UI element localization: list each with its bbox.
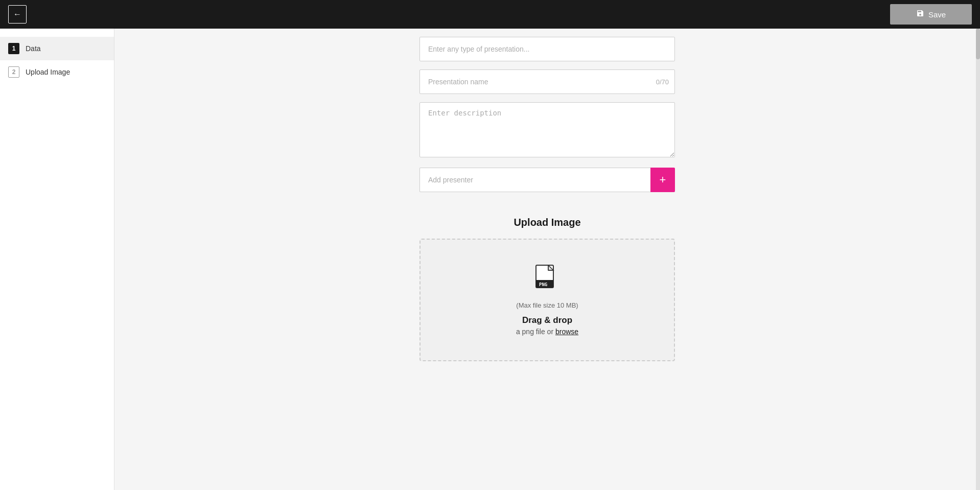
png-file-icon: PNG	[535, 265, 559, 293]
plus-icon: +	[660, 173, 666, 186]
scrollbar-thumb[interactable]	[976, 29, 980, 59]
step-badge-2: 2	[8, 66, 19, 78]
max-size-text: (Max file size 10 MB)	[516, 301, 578, 309]
presentation-name-group: 0/70	[419, 69, 675, 94]
upload-title: Upload Image	[419, 217, 675, 228]
main-content: 0/70 + Upload Image	[114, 29, 980, 490]
save-label: Save	[928, 10, 946, 19]
char-counter: 0/70	[656, 78, 669, 86]
add-presenter-button[interactable]: +	[650, 168, 675, 192]
form-area: 0/70 +	[419, 29, 675, 200]
description-group	[419, 102, 675, 159]
drag-drop-text: Drag & drop	[522, 315, 572, 325]
dropzone[interactable]: PNG (Max file size 10 MB) Drag & drop a …	[419, 239, 675, 361]
description-textarea[interactable]	[419, 102, 675, 157]
presentation-name-input[interactable]	[419, 69, 675, 94]
svg-text:PNG: PNG	[539, 282, 547, 287]
presenter-input[interactable]	[419, 168, 650, 192]
presenter-row: +	[419, 168, 675, 192]
main-layout: 1 Data 2 Upload Image 0/70	[0, 29, 980, 490]
scrollbar[interactable]	[976, 29, 980, 490]
browse-link[interactable]: browse	[555, 328, 578, 336]
presenter-group: +	[419, 168, 675, 192]
step-badge-1: 1	[8, 43, 19, 54]
first-input-group	[419, 37, 675, 61]
browse-prefix-text: a png file or	[516, 328, 553, 336]
presentation-type-input[interactable]	[419, 37, 675, 61]
save-icon	[916, 9, 924, 19]
save-button[interactable]: Save	[890, 4, 972, 25]
browse-instruction: a png file or browse	[516, 328, 578, 336]
sidebar-item-data[interactable]: 1 Data	[0, 37, 114, 60]
sidebar-item-data-label: Data	[26, 44, 41, 53]
navbar: ← Save	[0, 0, 980, 29]
sidebar-item-upload-image[interactable]: 2 Upload Image	[0, 60, 114, 84]
back-arrow-icon: ←	[13, 10, 21, 19]
sidebar: 1 Data 2 Upload Image	[0, 29, 114, 490]
back-button[interactable]: ←	[8, 5, 27, 24]
sidebar-item-upload-image-label: Upload Image	[26, 68, 70, 76]
upload-section: Upload Image PNG (Max file size 10 MB)	[419, 217, 675, 361]
